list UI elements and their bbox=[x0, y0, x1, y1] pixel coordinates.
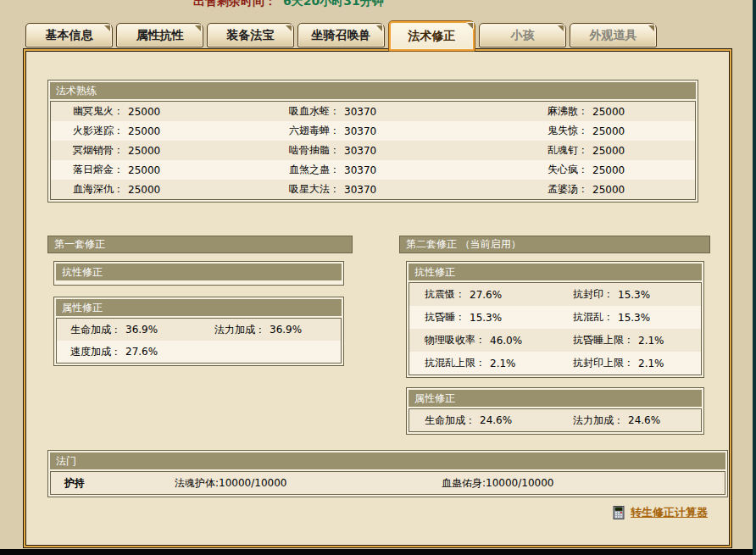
stat-value: 30370 bbox=[344, 145, 376, 157]
table-row: 抗震慑：27.6% 抗封印：15.3% bbox=[409, 283, 701, 306]
stat-label: 乱魂钉： bbox=[548, 143, 588, 158]
table-row: 护持 法魂护体:10000/10000 血蛊佑身:10000/10000 bbox=[51, 472, 725, 494]
famen-row-label: 护持 bbox=[64, 472, 85, 494]
set2-attr-header: 属性修正 bbox=[409, 390, 702, 407]
stat-value: 30370 bbox=[344, 184, 376, 196]
tab-label: 装备法宝 bbox=[227, 28, 275, 43]
famen-table: 护持 法魂护体:10000/10000 血蛊佑身:10000/10000 bbox=[50, 471, 725, 495]
tab-child[interactable]: 小孩 bbox=[479, 23, 566, 47]
stat-label: 六翅毒蝉： bbox=[289, 124, 340, 138]
set2-attr-box: 属性修正 生命加成：24.6% 法力加成：24.6% bbox=[406, 387, 704, 435]
stat-label: 血煞之蛊： bbox=[289, 163, 340, 177]
tab-label: 法术修正 bbox=[409, 29, 456, 44]
table-row: 速度加成：27.6% bbox=[57, 341, 341, 363]
tab-label: 小孩 bbox=[511, 28, 535, 43]
stat-label: 法力加成： bbox=[573, 413, 624, 428]
stat-label: 失心疯： bbox=[548, 163, 588, 177]
stat-label: 火影迷踪： bbox=[73, 124, 124, 138]
stat-label: 生命加成： bbox=[70, 323, 121, 337]
stat-value: 27.6% bbox=[470, 289, 502, 301]
table-row: 落日熔金：25000 血煞之蛊：30370 失心疯：25000 bbox=[51, 160, 695, 180]
stat-label: 落日熔金： bbox=[73, 163, 124, 177]
tab-spell-correction[interactable]: 法术修正 bbox=[388, 20, 475, 52]
table-row: 生命加成：36.9% 法力加成：36.9% bbox=[57, 319, 341, 341]
stat-label: 生命加成： bbox=[425, 413, 475, 428]
stat-value: 25000 bbox=[592, 125, 625, 137]
spell-correction-panel: 法术熟练 幽冥鬼火：25000 吸血水蛭：30370 麻沸散：25000 火影迷… bbox=[23, 48, 732, 548]
stat-label: 抗封印： bbox=[573, 287, 614, 302]
stat-label: 抗震慑： bbox=[425, 287, 465, 302]
stat-value: 15.3% bbox=[618, 312, 650, 324]
stat-value: 25000 bbox=[128, 145, 160, 157]
tab-basic-info[interactable]: 基本信息 bbox=[25, 23, 113, 47]
set2-header: 第二套修正 （当前启用） bbox=[399, 236, 710, 253]
stat-value: 25000 bbox=[128, 184, 160, 196]
stat-value: 24.6% bbox=[628, 414, 660, 426]
stat-label: 抗昏睡： bbox=[425, 310, 465, 325]
stat-value: 2.1% bbox=[490, 358, 516, 369]
stat-label: 法力加成： bbox=[214, 323, 265, 337]
window-bottom-edge bbox=[0, 549, 756, 555]
sale-time-remaining: 出售剩余时间：6天20小时31分钟 bbox=[193, 0, 384, 9]
stat-label: 幽冥鬼火： bbox=[73, 104, 124, 119]
table-row: 生命加成：24.6% 法力加成：24.6% bbox=[409, 409, 701, 431]
tab-bar: 基本信息 属性抗性 装备法宝 坐骑召唤兽 法术修正 小孩 外观道具 bbox=[25, 23, 657, 52]
tab-mount-summon[interactable]: 坐骑召唤兽 bbox=[297, 23, 385, 47]
tab-equip-treasure[interactable]: 装备法宝 bbox=[207, 23, 294, 47]
stat-label: 吸星大法： bbox=[289, 182, 340, 197]
spell-mastery-box: 法术熟练 幽冥鬼火：25000 吸血水蛭：30370 麻沸散：25000 火影迷… bbox=[47, 80, 698, 203]
calculator-icon bbox=[612, 506, 625, 519]
stat-label: 抗混乱上限： bbox=[425, 356, 486, 370]
stat-value: 27.6% bbox=[125, 346, 158, 358]
stat-value: 24.6% bbox=[480, 414, 512, 426]
set1-resist-header: 抗性修正 bbox=[56, 264, 342, 280]
stat-value: 2.1% bbox=[638, 358, 664, 369]
set1-header: 第一套修正 bbox=[47, 236, 353, 253]
stat-label: 抗混乱： bbox=[573, 310, 614, 325]
rebirth-calculator-label[interactable]: 转生修正计算器 bbox=[631, 505, 708, 520]
stat-label: 啮骨抽髓： bbox=[289, 143, 340, 158]
stat-label: 鬼失惊： bbox=[548, 124, 588, 138]
stat-value: 15.3% bbox=[470, 312, 502, 324]
table-row: 抗混乱上限：2.1% 抗封印上限：2.1% bbox=[409, 352, 701, 375]
tab-label: 外观道具 bbox=[590, 28, 637, 43]
tab-attr-resist[interactable]: 属性抗性 bbox=[116, 23, 203, 47]
stat-value: 25000 bbox=[128, 164, 160, 176]
set2-attr-table: 生命加成：24.6% 法力加成：24.6% bbox=[409, 408, 702, 432]
stat-label: 物理吸收率： bbox=[425, 333, 486, 347]
stat-value: 46.0% bbox=[490, 335, 522, 347]
set2-resist-box: 抗性修正 抗震慑：27.6% 抗封印：15.3% 抗昏睡：15.3% 抗混乱：1… bbox=[406, 261, 704, 378]
tab-label: 基本信息 bbox=[46, 28, 93, 43]
spell-mastery-table: 幽冥鬼火：25000 吸血水蛭：30370 麻沸散：25000 火影迷踪：250… bbox=[50, 101, 696, 200]
stat-label: 速度加成： bbox=[70, 345, 121, 359]
rebirth-calculator-link[interactable]: 转生修正计算器 bbox=[612, 505, 708, 520]
table-row: 幽冥鬼火：25000 吸血水蛭：30370 麻沸散：25000 bbox=[51, 102, 695, 121]
stat-label: 抗昏睡上限： bbox=[573, 333, 634, 347]
set1-attr-table: 生命加成：36.9% 法力加成：36.9% 速度加成：27.6% bbox=[56, 318, 342, 364]
stat-value: 25000 bbox=[592, 184, 625, 196]
set1-attr-header: 属性修正 bbox=[56, 299, 342, 316]
table-row: 物理吸收率：46.0% 抗昏睡上限：2.1% bbox=[409, 329, 701, 352]
stat-value: 36.9% bbox=[270, 324, 302, 336]
famen-header: 法门 bbox=[50, 452, 725, 469]
stat-value: 2.1% bbox=[638, 335, 664, 347]
set1-resist-box: 抗性修正 bbox=[53, 261, 344, 286]
set2-resist-header: 抗性修正 bbox=[409, 264, 702, 280]
famen-item: 血蛊佑身:10000/10000 bbox=[442, 472, 553, 494]
stat-value: 25000 bbox=[128, 106, 160, 118]
sale-time-value: 6天20小时31分钟 bbox=[283, 0, 384, 8]
table-row: 抗昏睡：15.3% 抗混乱：15.3% bbox=[409, 306, 701, 329]
stat-label: 抗封印上限： bbox=[573, 356, 634, 370]
set1-attr-box: 属性修正 生命加成：36.9% 法力加成：36.9% 速度加成：27.6% bbox=[53, 297, 344, 366]
stat-value: 15.3% bbox=[618, 289, 650, 301]
famen-box: 法门 护持 法魂护体:10000/10000 血蛊佑身:10000/10000 bbox=[47, 450, 728, 497]
set2-resist-table: 抗震慑：27.6% 抗封印：15.3% 抗昏睡：15.3% 抗混乱：15.3% … bbox=[409, 282, 702, 375]
window-right-edge bbox=[753, 0, 756, 555]
tab-label: 属性抗性 bbox=[136, 28, 184, 43]
tab-appearance-items[interactable]: 外观道具 bbox=[570, 23, 657, 47]
table-row: 血海深仇：25000 吸星大法：30370 孟婆汤：25000 bbox=[51, 180, 695, 199]
stat-label: 血海深仇： bbox=[73, 182, 124, 197]
spell-mastery-header: 法术熟练 bbox=[50, 82, 696, 99]
stat-value: 25000 bbox=[128, 125, 160, 137]
stat-value: 25000 bbox=[592, 145, 625, 157]
